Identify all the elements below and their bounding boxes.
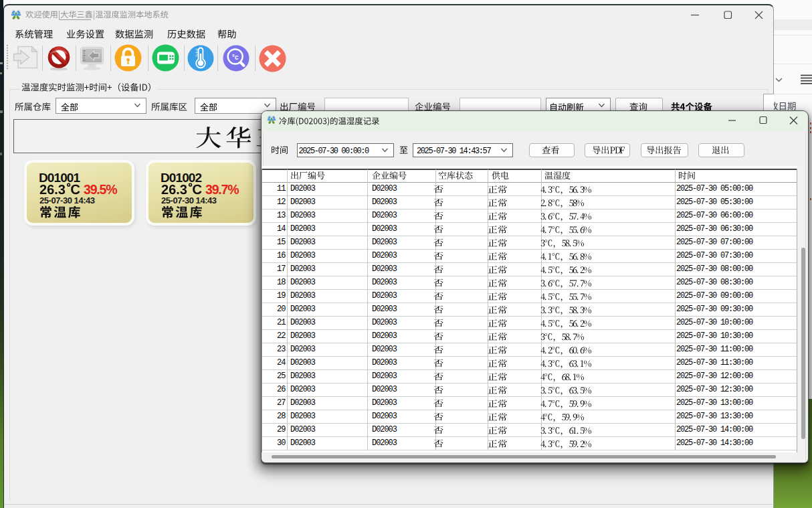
svg-text:°c: °c (232, 54, 239, 61)
